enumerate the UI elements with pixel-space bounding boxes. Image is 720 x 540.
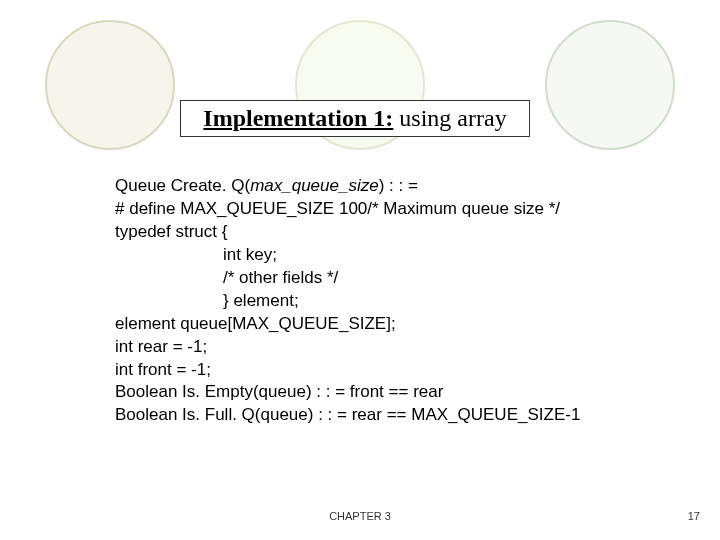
decorative-circle-left — [45, 20, 175, 150]
decorative-circle-right — [545, 20, 675, 150]
code-line-9: int front = -1; — [115, 359, 580, 382]
code-line-3: typedef struct { — [115, 221, 580, 244]
code-line-8: int rear = -1; — [115, 336, 580, 359]
code-l1a: Queue Create. Q( — [115, 176, 250, 195]
code-line-7: element queue[MAX_QUEUE_SIZE]; — [115, 313, 580, 336]
title-container: Implementation 1: using array — [180, 100, 530, 137]
footer-page-number: 17 — [688, 510, 700, 522]
code-line-6: } element; — [115, 290, 580, 313]
code-line-4: int key; — [115, 244, 580, 267]
title-bold: Implementation 1: — [203, 105, 393, 131]
code-line-2: # define MAX_QUEUE_SIZE 100/* Maximum qu… — [115, 198, 580, 221]
code-l1c: ) : : = — [379, 176, 418, 195]
code-line-1: Queue Create. Q(max_queue_size) : : = — [115, 175, 580, 198]
code-line-5: /* other fields */ — [115, 267, 580, 290]
code-l1b: max_queue_size — [250, 176, 379, 195]
code-block: Queue Create. Q(max_queue_size) : : = # … — [115, 175, 580, 427]
footer-chapter: CHAPTER 3 — [0, 510, 720, 522]
code-line-11: Boolean Is. Full. Q(queue) : : = rear ==… — [115, 404, 580, 427]
title-rest: using array — [393, 105, 506, 131]
code-line-10: Boolean Is. Empty(queue) : : = front == … — [115, 381, 580, 404]
